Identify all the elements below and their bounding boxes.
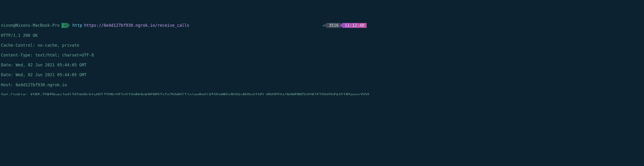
command: http	[72, 23, 82, 28]
http-header: Date: Wed, 02 Jun 2021 05:44:05 GMT	[1, 73, 368, 77]
prompt-user-host: nixon@Nixons-MacBook-Pro	[1, 23, 62, 28]
prompt-line[interactable]: nixon@Nixons-MacBook-Pro ~ http https://…	[1, 23, 368, 28]
http-header: Host: 6e4d127bf930.ngrok.io	[1, 83, 368, 87]
http-status-line: HTTP/1.1 200 OK	[1, 33, 368, 38]
status-jobs: 3516	[329, 23, 339, 28]
http-header: Cache-Control: no-cache, private	[1, 43, 368, 48]
cwd-segment: ~	[62, 23, 68, 28]
http-header: Content-Type: text/html; charset=UTF-8	[1, 53, 368, 58]
status-jobs-pill: 3516	[326, 23, 341, 28]
status-clock: 11:12:48	[345, 23, 364, 28]
status-clock-pill: 11:12:48	[342, 23, 367, 28]
http-header: Set-Cookie: XSRF-TOKEN=eyJpdiI6ImU0cktwO…	[1, 92, 368, 95]
status-right: ✔ 3516 11:12:48	[323, 23, 368, 28]
http-header: Date: Wed, 02 Jun 2021 05:44:05 GMT	[1, 63, 368, 68]
cwd-text: ~	[64, 23, 66, 28]
command-arg: https://6e4d127bf930.ngrok.io/receive_ca…	[84, 23, 189, 28]
